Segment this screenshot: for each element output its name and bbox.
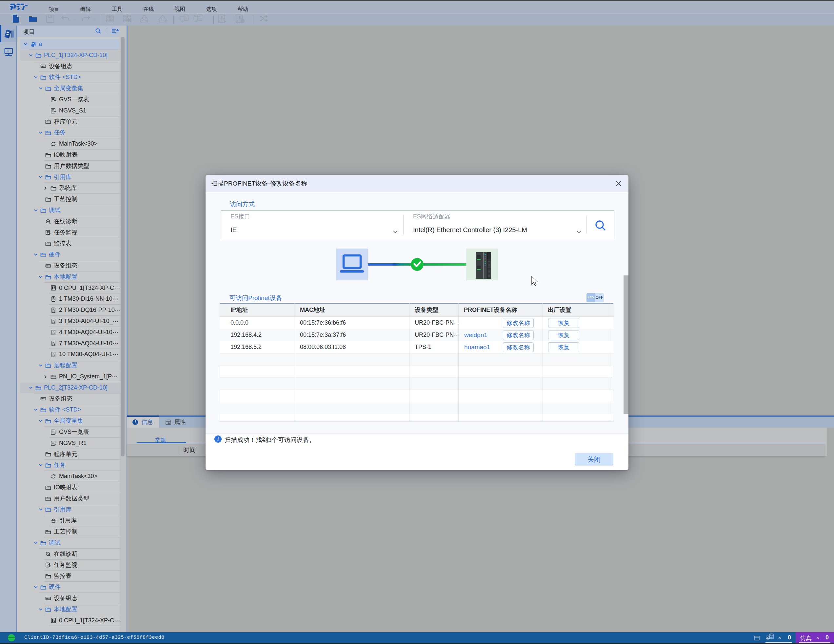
svg-text:Nu: Nu <box>52 110 54 112</box>
svg-text:Nu: Nu <box>52 442 54 444</box>
